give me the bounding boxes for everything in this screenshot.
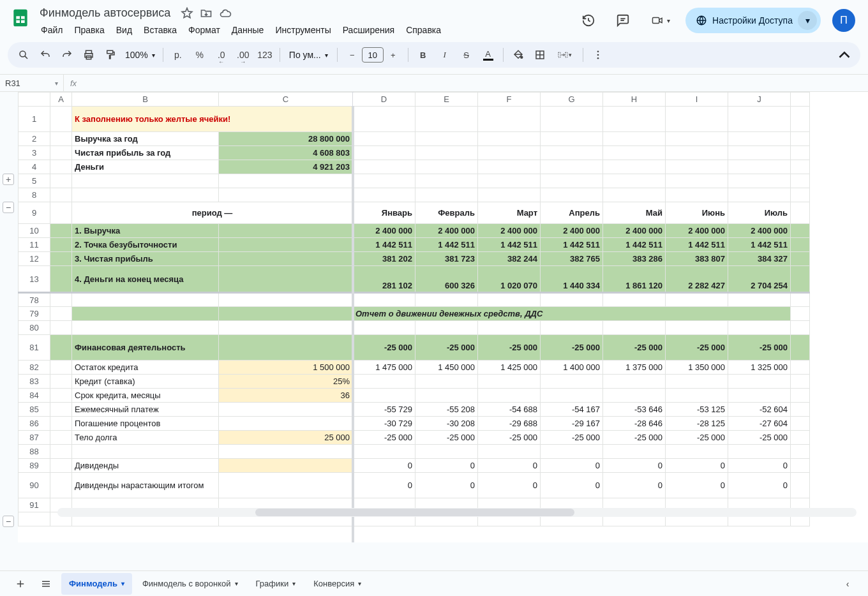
cell[interactable]: -25 000	[666, 431, 728, 445]
cell[interactable]: 0	[415, 459, 478, 473]
collapse-toolbar-icon[interactable]	[835, 45, 854, 64]
cell[interactable]	[541, 174, 603, 188]
cell[interactable]	[603, 375, 666, 389]
cell[interactable]	[219, 224, 353, 238]
menu-Расширения[interactable]: Расширения	[338, 22, 400, 38]
cell[interactable]	[728, 389, 791, 403]
row-header[interactable]: 9	[19, 202, 50, 224]
cell[interactable]	[219, 174, 353, 188]
cell[interactable]: -30 208	[415, 417, 478, 431]
column-header[interactable]: G	[541, 93, 603, 107]
row-header[interactable]: 87	[19, 431, 50, 445]
cell[interactable]	[415, 132, 478, 146]
cell[interactable]	[478, 107, 541, 132]
menu-Вставка[interactable]: Вставка	[138, 22, 182, 38]
doc-title[interactable]: Финмодель автосервиса	[36, 5, 174, 21]
cell[interactable]	[478, 389, 541, 403]
cell[interactable]: 1 861 120	[603, 266, 666, 293]
cell[interactable]: Дивиденды	[72, 459, 219, 473]
cell[interactable]	[50, 188, 72, 202]
cell[interactable]	[478, 174, 541, 188]
italic-button[interactable]: I	[435, 45, 454, 64]
cell[interactable]	[50, 146, 72, 160]
cell[interactable]: К заполнению только желтые ячейки!	[72, 107, 353, 132]
cell[interactable]: 1 442 511	[541, 238, 603, 252]
cell[interactable]	[50, 266, 72, 293]
cell[interactable]: -25 000	[478, 431, 541, 445]
cell[interactable]: 2 400 000	[541, 224, 603, 238]
cell[interactable]: 1 442 511	[728, 238, 791, 252]
all-sheets-icon[interactable]	[36, 574, 56, 594]
cell[interactable]: Погашение процентов	[72, 417, 219, 431]
row-header[interactable]: 91	[19, 498, 50, 512]
cell[interactable]: -53 125	[666, 403, 728, 417]
sheets-logo-icon[interactable]	[8, 5, 33, 31]
cell[interactable]: 25 000	[219, 431, 353, 445]
cell[interactable]: -54 688	[478, 403, 541, 417]
cell[interactable]: 2 400 000	[353, 224, 415, 238]
cell[interactable]: Тело долга	[72, 431, 219, 445]
cell[interactable]	[219, 403, 353, 417]
cell[interactable]	[666, 445, 728, 459]
cell[interactable]: -25 000	[541, 335, 603, 361]
cell[interactable]	[666, 188, 728, 202]
cell[interactable]: Чистая прибыль за год	[72, 146, 219, 160]
percent-button[interactable]: %	[190, 45, 209, 64]
cell[interactable]	[415, 293, 478, 307]
menu-Правка[interactable]: Правка	[69, 22, 109, 38]
cell[interactable]: 1 442 511	[666, 238, 728, 252]
cell[interactable]	[50, 238, 72, 252]
cell[interactable]: 1 442 511	[353, 238, 415, 252]
cell[interactable]: Февраль	[415, 202, 478, 224]
cell[interactable]	[541, 293, 603, 307]
column-header[interactable]: J	[728, 93, 791, 107]
cell[interactable]	[603, 321, 666, 335]
cell[interactable]: Остаток кредита	[72, 361, 219, 375]
cell[interactable]	[72, 307, 219, 321]
cell[interactable]	[50, 361, 72, 375]
cell[interactable]: 1 500 000	[219, 361, 353, 375]
cell[interactable]: -25 000	[603, 431, 666, 445]
cell[interactable]: -25 000	[478, 335, 541, 361]
cell[interactable]: -25 000	[353, 431, 415, 445]
cell[interactable]: 4 921 203	[219, 160, 353, 174]
cell[interactable]	[728, 132, 791, 146]
cell[interactable]	[50, 321, 72, 335]
cell[interactable]: 381 202	[353, 252, 415, 266]
search-icon[interactable]	[14, 45, 33, 64]
cell[interactable]: Январь	[353, 202, 415, 224]
sheet-tab[interactable]: Конверсия▾	[306, 573, 369, 595]
cell[interactable]	[666, 132, 728, 146]
cell[interactable]	[541, 188, 603, 202]
cell[interactable]	[666, 375, 728, 389]
cell[interactable]: 28 800 000	[219, 132, 353, 146]
cell[interactable]: -55 208	[415, 403, 478, 417]
more-icon[interactable]	[588, 45, 608, 64]
cell[interactable]	[219, 307, 353, 321]
cell[interactable]	[478, 132, 541, 146]
column-header[interactable]: C	[219, 93, 353, 107]
cell[interactable]: -25 000	[353, 335, 415, 361]
cell[interactable]: 0	[415, 473, 478, 498]
move-icon[interactable]	[200, 7, 213, 20]
cell[interactable]	[415, 174, 478, 188]
cell[interactable]	[603, 389, 666, 403]
cell[interactable]: Финансовая деятельность	[72, 335, 219, 361]
cell[interactable]: 1 375 000	[603, 361, 666, 375]
row-header[interactable]: 11	[19, 238, 50, 252]
cell[interactable]	[666, 321, 728, 335]
cell[interactable]: 2 282 427	[666, 266, 728, 293]
cell[interactable]: -29 688	[478, 417, 541, 431]
cell[interactable]: -54 167	[541, 403, 603, 417]
cell[interactable]: 1 440 334	[541, 266, 603, 293]
share-dropdown-icon[interactable]: ▾	[798, 11, 817, 30]
cell[interactable]	[478, 146, 541, 160]
cell[interactable]	[353, 445, 415, 459]
cell[interactable]	[728, 174, 791, 188]
cell[interactable]	[541, 321, 603, 335]
cell[interactable]	[728, 293, 791, 307]
menu-Данные[interactable]: Данные	[227, 22, 269, 38]
cell[interactable]	[72, 293, 219, 307]
cell[interactable]	[603, 132, 666, 146]
column-header[interactable]: H	[603, 93, 666, 107]
